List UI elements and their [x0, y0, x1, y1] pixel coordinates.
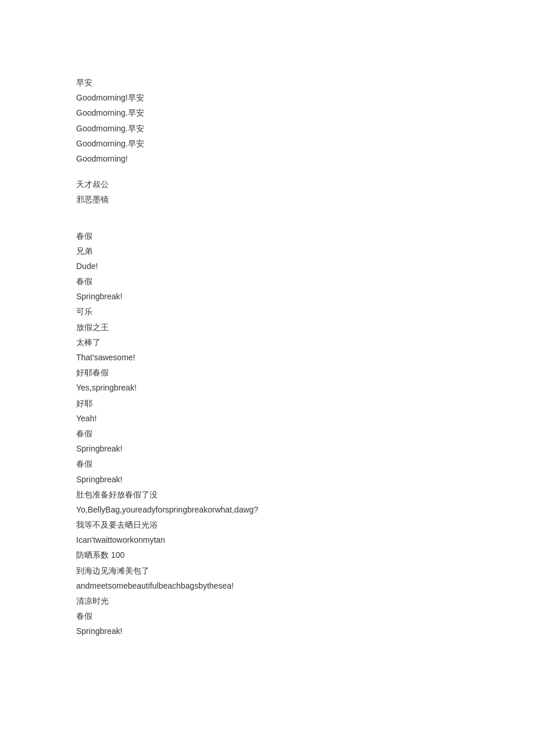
spacer-3 [76, 218, 535, 229]
sb-line-19: 我等不及要去晒日光浴 [76, 518, 535, 532]
spacer-2 [76, 208, 535, 218]
sb-line-11: 好耶 [76, 396, 535, 411]
sb-line-7: 太棒了 [76, 335, 535, 350]
sb-line-16: Springbreak! [76, 472, 535, 487]
sb-line-26: Springbreak! [76, 624, 535, 639]
sb-line-20: Ican'twaittoworkonmytan [76, 533, 535, 547]
line-1: 早安 [76, 76, 535, 90]
line-3: Goodmorning.早安 [76, 106, 535, 120]
sb-line-21: 防晒系数 100 [76, 548, 535, 562]
sb-line-0: 春假 [76, 229, 535, 243]
spacer-1 [76, 167, 535, 177]
sb-line-4: Springbreak! [76, 289, 535, 304]
sb-line-8: That'sawesome! [76, 350, 535, 365]
line-6: Goodmorning! [76, 152, 535, 166]
sb-line-17: 肚包准备好放春假了没 [76, 488, 535, 502]
sb-line-22: 到海边见海滩美包了 [76, 564, 535, 578]
sb-line-2: Dude! [76, 259, 535, 274]
line-xie-e: 邪恶墨镜 [76, 192, 535, 207]
sb-line-6: 放假之王 [76, 320, 535, 335]
group-springbreak: 春假 兄弟 Dude! 春假 Springbreak! 可乐 放假之王 太棒了 … [76, 229, 535, 639]
sb-line-10: Yes,springbreak! [76, 381, 535, 395]
sb-line-13: 春假 [76, 427, 535, 441]
sb-line-12: Yeah! [76, 411, 535, 426]
sb-line-14: Springbreak! [76, 442, 535, 456]
line-tiancai: 天才叔公 [76, 177, 535, 192]
sb-line-5: 可乐 [76, 304, 535, 319]
sb-line-25: 春假 [76, 609, 535, 624]
main-content: 早安 Goodmorning!早安 Goodmorning.早安 Goodmor… [0, 0, 535, 639]
sb-line-23: andmeetsomebeautifulbeachbagsbythesea! [76, 579, 535, 593]
sb-line-18: Yo,BellyBag,youreadyforspringbreakorwhat… [76, 503, 535, 517]
sb-line-9: 好耶春假 [76, 366, 535, 380]
sb-line-1: 兄弟 [76, 244, 535, 259]
line-5: Goodmorning.早安 [76, 137, 535, 151]
group-greetings: 早安 Goodmorning!早安 Goodmorning.早安 Goodmor… [76, 76, 535, 166]
sb-line-3: 春假 [76, 274, 535, 289]
sb-line-24: 清凉时光 [76, 594, 535, 608]
sb-line-15: 春假 [76, 457, 535, 471]
group-names: 天才叔公 邪恶墨镜 [76, 177, 535, 207]
line-4: Goodmorning.早安 [76, 121, 535, 136]
line-2: Goodmorning!早安 [76, 91, 535, 105]
